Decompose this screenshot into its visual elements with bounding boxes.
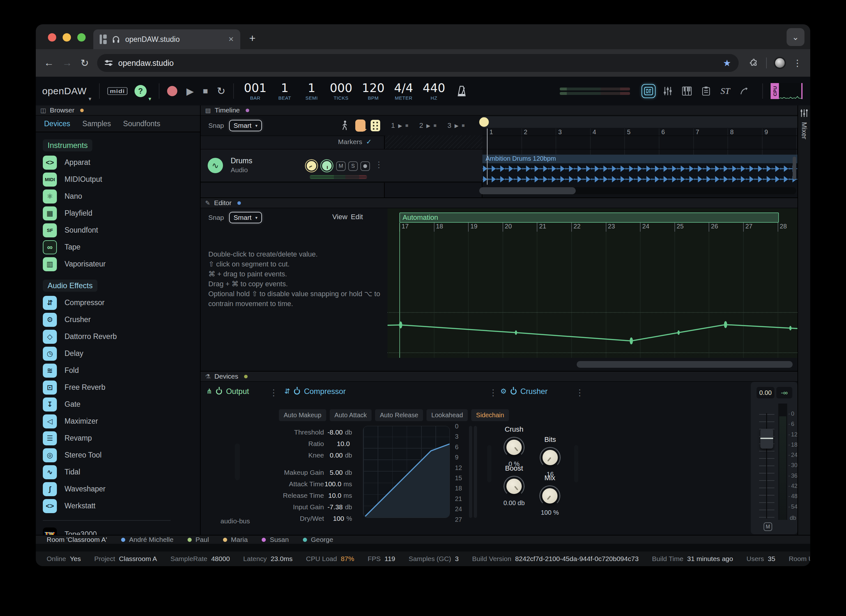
play-icon[interactable]: ▶ [455,123,458,129]
extension-knob-icon[interactable] [775,58,785,68]
parameter-row[interactable]: Dry/Wet 100% [242,513,352,524]
scene-launcher[interactable]: 1 ▶ ■ [391,121,408,130]
browser-menu-icon[interactable]: ⋮ [793,58,802,68]
list-item[interactable]: ≋ Fold [36,362,200,379]
timeline-vscroll-thumb[interactable] [793,157,796,179]
bits-knob[interactable]: Bits 16 [530,435,570,478]
power-icon[interactable] [216,388,222,395]
peak-value[interactable]: -∞ [776,387,792,398]
mixer-side-tab[interactable]: Mixer [798,106,810,535]
mute-button[interactable]: M [336,161,346,171]
play-icon[interactable]: ▶ [426,123,430,129]
reload-icon[interactable]: ↻ [81,57,89,69]
position-field[interactable]: 4/4 METER [394,82,413,101]
chevron-down-icon[interactable]: ⌄ [787,28,805,46]
editor-hscroll-thumb[interactable] [577,361,793,368]
list-item[interactable]: ▦ Playfield [36,205,200,222]
list-item[interactable]: ⊡ Free Reverb [36,379,200,396]
list-item[interactable]: ☰ Revamp [36,430,200,447]
power-icon[interactable] [294,388,300,395]
notepad-view-button[interactable] [699,84,713,98]
browser-tab[interactable]: openDAW.studio ✕ [93,29,240,49]
play-icon[interactable]: ▶ [398,123,402,129]
output-device-header[interactable]: ⋔ Output [206,387,249,396]
room-user[interactable]: George [303,536,333,544]
sidebar-tab[interactable]: Soundfonts [123,119,160,128]
list-item[interactable]: ◁ Maximizer [36,413,200,430]
bar-ruler[interactable]: 171819202122232425262728 [400,223,798,232]
toggle-button[interactable]: Auto Makeup [279,409,326,421]
app-logo[interactable]: openDAW [42,85,87,97]
site-settings-icon[interactable] [105,59,112,67]
list-item[interactable]: ⚙ Crusher [36,311,200,328]
soundtrack-view-button[interactable]: ST [718,84,732,98]
compressor-device-header[interactable]: ⇵ Compressor [284,387,346,396]
list-item[interactable]: ∿ Tidal [36,464,200,481]
toggle-button[interactable]: Auto Attack [330,409,372,421]
track-name[interactable]: Drums [231,157,253,165]
menu-dots-icon[interactable]: ⋮ [375,160,383,170]
compressor-transfer-graph[interactable] [363,426,450,518]
stop-button[interactable]: ■ [203,86,208,96]
automation-region[interactable]: Automation [400,212,779,223]
clip-overdub-icon[interactable] [355,119,366,132]
list-item[interactable]: ⚛ Nano [36,188,200,205]
gain-value[interactable]: 0.00 [756,387,774,398]
power-icon[interactable] [511,388,517,395]
bookmark-star-icon[interactable]: ★ [723,58,731,68]
position-field[interactable]: 1 BEAT [276,82,293,101]
close-icon[interactable]: ✕ [228,35,234,43]
position-field[interactable]: 440 HZ [423,82,445,101]
toggle-button[interactable]: Lookahead [426,409,468,421]
position-field[interactable]: 001 BAR [244,82,267,101]
toggle-button[interactable]: Sidechain [471,409,509,421]
sidebar-tab[interactable]: Samples [82,119,111,128]
close-window-button[interactable] [48,33,56,41]
play-button[interactable]: ▶ [186,85,194,97]
automation-curve[interactable] [388,232,798,358]
parameter-row[interactable]: Input Gain -7.38db [242,501,352,513]
pan-knob[interactable] [307,161,316,171]
caret-down-icon[interactable]: ▾ [148,96,151,106]
view-menu[interactable]: View [332,213,347,221]
list-item[interactable]: ∫ Waveshaper [36,481,200,497]
extensions-icon[interactable] [749,59,758,67]
mute-button[interactable]: M [764,522,772,531]
list-item[interactable]: ↧ Gate [36,396,200,413]
parameter-row[interactable]: Release Time 10.0ms [242,490,352,501]
back-icon[interactable]: ← [44,57,54,69]
snap-dropdown[interactable]: Smart ▾ [229,212,262,223]
parameter-row[interactable]: Attack Time 100.0ms [242,478,352,490]
boost-knob[interactable]: Boost 0.00 db [494,464,534,507]
timeline-hscroll-thumb[interactable] [479,187,576,194]
scene-launcher[interactable]: 2 ▶ ■ [419,121,436,130]
snap-dropdown[interactable]: Smart ▾ [229,120,262,131]
timeline-view-button[interactable] [642,84,656,98]
parameter-row[interactable]: Makeup Gain 5.00db [242,467,352,478]
scene-launcher[interactable]: 3 ▶ ■ [447,121,464,130]
parameter-row[interactable]: Ratio 10.0 [242,438,352,450]
menu-dots-icon[interactable]: ⋮ [269,388,278,398]
address-field[interactable]: opendaw.studio ★ [97,54,739,72]
position-field[interactable]: 000 TICKS [330,82,352,101]
window-controls[interactable] [48,33,86,41]
clip-name[interactable]: Ambition Drums 120bpm [482,154,798,163]
mixer-view-button[interactable] [661,84,675,98]
minimize-window-button[interactable] [63,33,71,41]
room-user[interactable]: Maria [223,536,248,544]
markers-lane[interactable]: Markers✓ [201,135,798,149]
midi-learn-icon[interactable]: midi [107,87,128,95]
position-field[interactable]: 120 BPM [362,82,385,101]
list-item[interactable]: ⇵ Compressor [36,294,200,311]
toggle-button[interactable]: Auto Release [375,409,423,421]
audio-clip[interactable]: Ambition Drums 120bpm [482,154,798,184]
list-item[interactable]: ◷ Delay [36,345,200,362]
volume-knob[interactable] [322,161,332,171]
volume-fader[interactable] [760,429,773,448]
list-item[interactable]: MIDI MIDIOutput [36,171,200,188]
mix-knob[interactable]: Mix 100 % [530,474,570,516]
audio-track-icon[interactable]: ∿ [208,158,223,173]
room-user[interactable]: Paul [188,536,209,544]
menu-dots-icon[interactable]: ⋮ [489,388,498,398]
list-item[interactable]: ◇ Dattorro Reverb [36,328,200,345]
